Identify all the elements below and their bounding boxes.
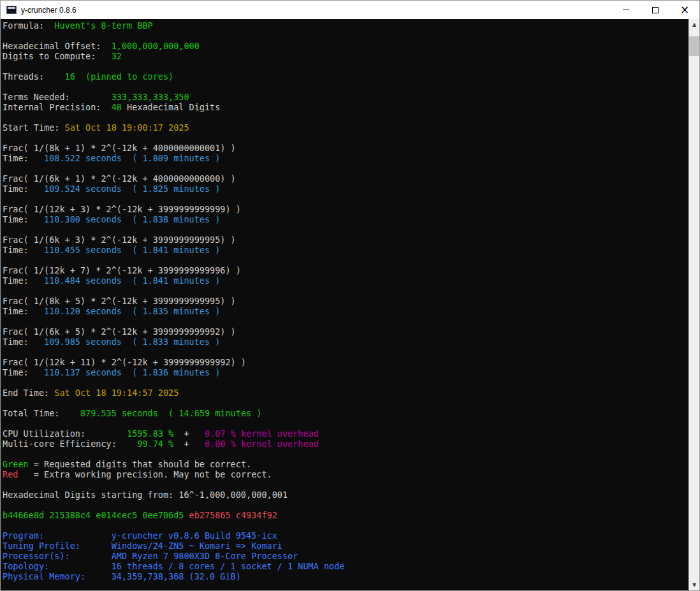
console-text: Green: [3, 459, 29, 469]
console-text: Time:: [3, 153, 44, 163]
console-line: [3, 31, 689, 41]
minimize-button[interactable]: [611, 1, 641, 19]
console-line: Time: 109.524 seconds ( 1.825 minutes ): [3, 184, 689, 194]
console-line: Frac( 1/(8k + 1) * 2^(-12k + 40000000000…: [3, 143, 689, 153]
console-text: 110.484 seconds ( 1.841 minutes ): [44, 275, 220, 286]
console-line: Internal Precision: 48 Hexadecimal Digit…: [3, 102, 689, 112]
console-text: Frac( 1/(6k + 3) * 2^(-12k + 39999999999…: [3, 235, 236, 245]
console-text: 110.120 seconds ( 1.835 minutes ): [44, 306, 220, 316]
console-line: Time: 109.985 seconds ( 1.833 minutes ): [3, 337, 689, 347]
console-text: 48: [112, 102, 122, 112]
console-line: Frac( 1/(12k + 7) * 2^(-12k + 3999999999…: [3, 265, 689, 275]
console-text: Time:: [3, 367, 44, 377]
scroll-up-icon: ▲: [692, 22, 696, 27]
console-line: [3, 316, 689, 326]
console-line: Multi-core Efficiency: 99.74 % + 0.00 % …: [3, 439, 689, 449]
console-line: Processor(s): AMD Ryzen 7 9800X3D 8-Core…: [3, 551, 689, 561]
console-line: Frac( 1/(12k + 3) * 2^(-12k + 3999999999…: [3, 204, 689, 214]
console-text: 16: [65, 71, 75, 82]
console-text: Frac( 1/(6k + 1) * 2^(-12k + 40000000000…: [3, 173, 236, 184]
console-text: Frac( 1/(12k + 3) * 2^(-12k + 3999999999…: [3, 204, 241, 214]
console-text: 32: [112, 51, 122, 61]
console-line: [3, 520, 689, 530]
console-line: Time: 110.120 seconds ( 1.835 minutes ): [3, 306, 689, 316]
console-text: 0.00 % kernel overhead: [205, 439, 319, 449]
console-text: 1595.83 %: [127, 428, 173, 439]
console-line: [3, 449, 689, 459]
minimize-icon: [623, 10, 629, 10]
console-line: Hexadecimal Digits starting from: 16^-1,…: [3, 490, 689, 500]
console-text: CPU Utilization:: [3, 428, 127, 439]
console-text: 99.74 %: [137, 439, 173, 449]
console-text: Hexadecimal Digits starting from: 16^-1,…: [3, 490, 288, 500]
console-text: Red: [3, 469, 18, 479]
console-line: Frac( 1/(6k + 1) * 2^(-12k + 40000000000…: [3, 173, 689, 184]
vertical-scrollbar[interactable]: ▲ ▼: [689, 19, 699, 590]
console-text: b4466e8d 215388c4 e014cec5 0ee706d5: [3, 510, 189, 520]
console-line: [3, 347, 689, 357]
console-text: Formula:: [3, 20, 54, 31]
console-line: Time: 108.522 seconds ( 1.809 minutes ): [3, 153, 689, 163]
console-line: Tuning Profile: Windows/24-ZN5 ~ Komari …: [3, 541, 689, 551]
console-text: Digits to Compute:: [3, 51, 112, 61]
console-text: Program: y-cruncher v0.8.6 Build 9545-ic…: [3, 530, 277, 541]
console-text: 110.137 seconds ( 1.836 minutes ): [44, 367, 220, 377]
console-text: End Time:: [3, 388, 54, 398]
title-bar[interactable]: y-cruncher 0.8.6 ×: [1, 1, 699, 19]
close-button[interactable]: ×: [670, 1, 699, 19]
console-line: [3, 112, 689, 122]
app-icon[interactable]: [6, 6, 17, 14]
app-window: y-cruncher 0.8.6 × Formula: Huvent's 8-t…: [0, 0, 700, 591]
console-text: Frac( 1/(6k + 5) * 2^(-12k + 39999999999…: [3, 326, 236, 337]
console-text: Hexadecimal Digits: [122, 102, 220, 112]
console-line: CPU Utilization: 1595.83 % + 0.07 % kern…: [3, 428, 689, 439]
maximize-button[interactable]: [641, 1, 670, 19]
console-text: 109.524 seconds ( 1.825 minutes ): [44, 184, 220, 194]
console-line: [3, 418, 689, 428]
console-output[interactable]: Formula: Huvent's 8-term BBPHexadecimal …: [1, 19, 689, 590]
scroll-down-icon: ▼: [692, 582, 696, 588]
console-text: Processor(s): AMD Ryzen 7 9800X3D 8-Core…: [3, 551, 298, 561]
console-line: Red = Extra working precision. May not b…: [3, 469, 689, 479]
console-text: +: [173, 439, 205, 449]
console-text: +: [173, 428, 205, 439]
scroll-down-button[interactable]: ▼: [689, 580, 699, 590]
console-text: Threads:: [3, 71, 65, 82]
console-text: Start Time:: [3, 122, 65, 133]
console-text: = Requested digits that should be correc…: [29, 459, 252, 469]
console-line: End Time: Sat Oct 18 19:14:57 2025: [3, 388, 689, 398]
close-icon: ×: [680, 4, 689, 15]
console-line: Time: 110.137 seconds ( 1.836 minutes ): [3, 367, 689, 377]
console-line: Time: 110.484 seconds ( 1.841 minutes ): [3, 275, 689, 286]
console-area: Formula: Huvent's 8-term BBPHexadecimal …: [1, 19, 699, 590]
console-text: Total Time:: [3, 408, 80, 418]
console-line: Program: y-cruncher v0.8.6 Build 9545-ic…: [3, 530, 689, 541]
console-line: Threads: 16 (pinned to cores): [3, 71, 689, 82]
window-controls: ×: [611, 1, 699, 19]
console-text: 109.985 seconds ( 1.833 minutes ): [44, 337, 220, 347]
maximize-icon: [652, 7, 659, 13]
console-text: Time:: [3, 306, 44, 316]
console-text: Multi-core Efficiency:: [3, 439, 137, 449]
console-text: Terms Needed:: [3, 92, 112, 102]
console-line: [3, 82, 689, 92]
console-line: Green = Requested digits that should be …: [3, 459, 689, 469]
console-text: eb275865 c4934f92: [189, 510, 277, 520]
console-text: 110.300 seconds ( 1.838 minutes ): [44, 214, 220, 224]
console-line: Topology: 16 threads / 8 cores / 1 socke…: [3, 561, 689, 571]
console-line: Frac( 1/(6k + 3) * 2^(-12k + 39999999999…: [3, 235, 689, 245]
console-text: Huvent's 8-term BBP: [54, 20, 152, 31]
console-text: Internal Precision:: [3, 102, 112, 112]
console-line: Frac( 1/(6k + 5) * 2^(-12k + 39999999999…: [3, 326, 689, 337]
console-text: = Extra working precision. May not be co…: [18, 469, 272, 479]
console-text: Time:: [3, 214, 44, 224]
console-text: Time:: [3, 275, 44, 286]
window-title: y-cruncher 0.8.6: [21, 6, 77, 15]
scrollbar-thumb[interactable]: [689, 36, 699, 56]
console-text: Sat Oct 18 19:14:57 2025: [54, 388, 179, 398]
scroll-up-button[interactable]: ▲: [689, 19, 699, 30]
console-text: Time:: [3, 245, 44, 255]
console-text: Frac( 1/(8k + 1) * 2^(-12k + 40000000000…: [3, 143, 236, 153]
console-line: [3, 398, 689, 408]
console-text: 1,000,000,000,000: [112, 41, 200, 51]
